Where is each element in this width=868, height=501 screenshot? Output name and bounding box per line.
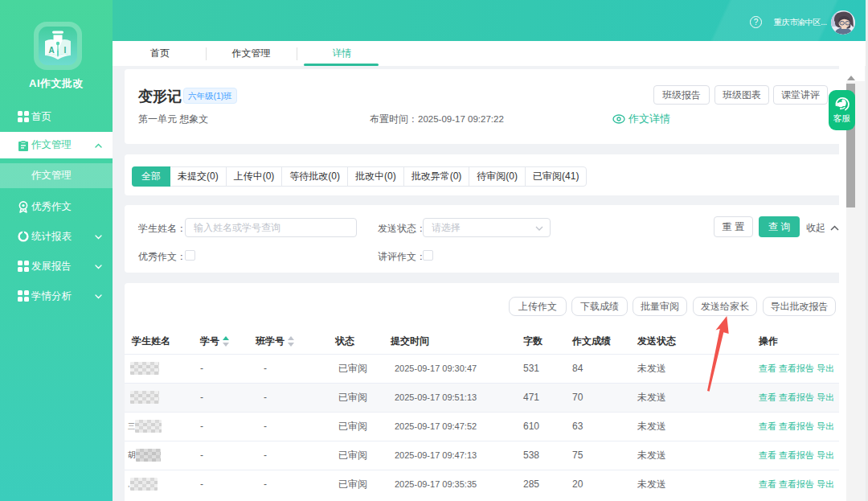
svg-text:A: A	[49, 46, 55, 55]
svg-text:I: I	[64, 46, 67, 55]
